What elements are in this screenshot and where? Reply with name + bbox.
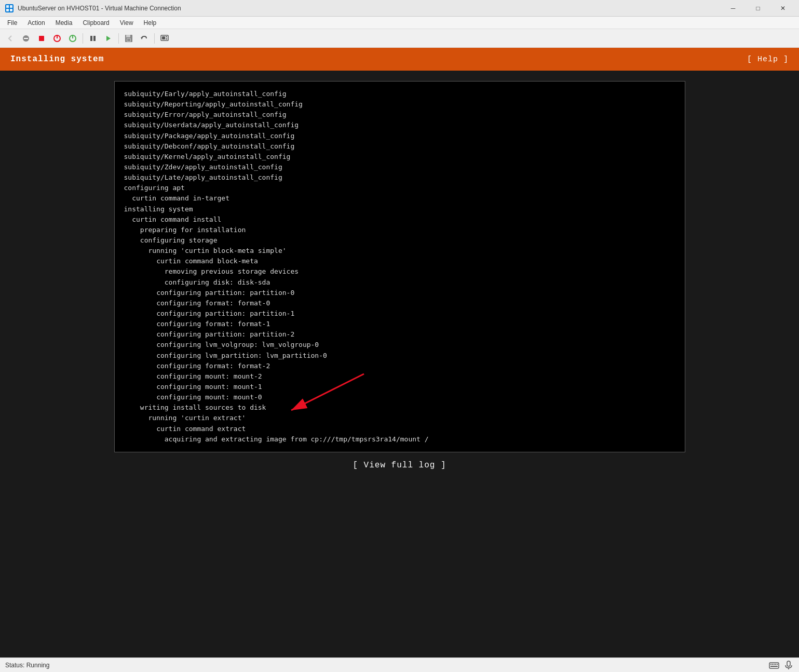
menu-view[interactable]: View: [115, 18, 139, 28]
terminal-wrapper: subiquity/Early/apply_autoinstall_config…: [0, 71, 799, 657]
svg-rect-32: [770, 666, 778, 667]
svg-rect-33: [787, 661, 790, 666]
toolbar-separator-3: [154, 33, 155, 44]
close-button[interactable]: ✕: [771, 0, 795, 17]
vm-header: Installing system [ Help ]: [0, 48, 799, 71]
toolbar-separator-1: [83, 33, 83, 44]
svg-rect-29: [774, 664, 775, 665]
status-bar: Status: Running: [0, 657, 799, 672]
svg-rect-3: [6, 9, 9, 11]
toolbar: [0, 29, 799, 48]
title-bar: UbuntuServer on HVHOST01 - Virtual Machi…: [0, 0, 799, 17]
toolbar-power-green-button[interactable]: [65, 32, 80, 45]
svg-rect-30: [775, 664, 776, 665]
svg-rect-28: [772, 664, 773, 665]
minimize-button[interactable]: ─: [721, 0, 745, 17]
toolbar-save-button[interactable]: [121, 32, 136, 45]
status-text: Status: Running: [5, 662, 49, 669]
svg-rect-23: [166, 38, 167, 39]
vm-header-title: Installing system: [10, 55, 104, 64]
toolbar-resume-button[interactable]: [101, 32, 116, 45]
toolbar-stop-button[interactable]: [34, 32, 49, 45]
svg-marker-14: [106, 36, 111, 41]
terminal-box: subiquity/Early/apply_autoinstall_config…: [114, 81, 685, 452]
vm-header-help[interactable]: [ Help ]: [747, 55, 789, 64]
toolbar-power-red-button[interactable]: [50, 32, 64, 45]
svg-rect-16: [126, 35, 130, 37]
window-title: UbuntuServer on HVHOST01 - Virtual Machi…: [18, 5, 721, 12]
svg-rect-13: [93, 36, 96, 41]
svg-rect-2: [10, 5, 12, 8]
svg-rect-4: [10, 9, 12, 11]
menu-media[interactable]: Media: [50, 18, 78, 28]
toolbar-separator-2: [118, 33, 119, 44]
svg-rect-1: [6, 5, 9, 8]
toolbar-undo-button[interactable]: [137, 32, 152, 45]
window-controls: ─ □ ✕: [721, 0, 795, 17]
svg-rect-27: [770, 664, 771, 665]
menu-action[interactable]: Action: [22, 18, 50, 28]
toolbar-pause-button[interactable]: [86, 32, 100, 45]
menu-bar: File Action Media Clipboard View Help: [0, 17, 799, 29]
restore-button[interactable]: □: [746, 0, 770, 17]
microphone-icon: [783, 660, 794, 670]
toolbar-ctrlaltdel-button[interactable]: [19, 32, 33, 45]
svg-rect-6: [24, 38, 28, 39]
status-right: [769, 660, 794, 670]
menu-file[interactable]: File: [2, 18, 22, 28]
view-log[interactable]: [ View full log ]: [353, 452, 446, 475]
menu-help[interactable]: Help: [139, 18, 162, 28]
svg-rect-18: [127, 39, 130, 41]
toolbar-enhanced-session-button[interactable]: [157, 32, 172, 45]
title-bar-icon: [4, 3, 15, 14]
svg-rect-31: [777, 664, 778, 665]
svg-rect-12: [90, 36, 92, 41]
svg-rect-21: [162, 36, 165, 39]
terminal-output: subiquity/Early/apply_autoinstall_config…: [124, 89, 675, 445]
vm-content: Installing system [ Help ] subiquity/Ear…: [0, 48, 799, 657]
svg-rect-22: [166, 36, 167, 37]
svg-rect-26: [769, 663, 779, 668]
svg-marker-19: [141, 37, 143, 39]
toolbar-back-button[interactable]: [3, 32, 18, 45]
menu-clipboard[interactable]: Clipboard: [77, 18, 114, 28]
keyboard-icon: [769, 660, 779, 670]
svg-rect-7: [39, 36, 44, 41]
